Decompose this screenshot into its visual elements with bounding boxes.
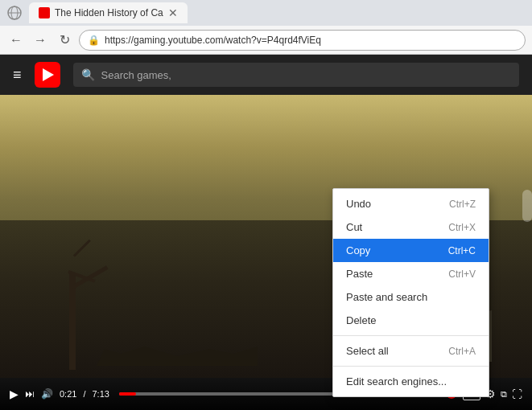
- menu-item-copy-label: Copy: [346, 244, 370, 256]
- menu-item-cut-shortcut: Ctrl+X: [448, 222, 476, 233]
- progress-fill: [119, 392, 136, 396]
- video-area[interactable]: ▶ ⏭ 🔊 0:21 / 7:13 CC ⚙ ⧉ ⛶ Undo Ctrl+Z: [0, 95, 532, 410]
- yt-gaming-header: ≡ 🔍 Search games,: [0, 55, 532, 95]
- total-time: 7:13: [92, 389, 109, 399]
- menu-item-paste-search-label: Paste and search: [346, 291, 427, 303]
- browser-frame: The Hidden History of Ca ✕ ← → ↻ 🔒 https…: [0, 0, 532, 410]
- current-time: 0:21: [60, 389, 76, 399]
- hamburger-menu-button[interactable]: ≡: [13, 67, 22, 84]
- context-menu: Undo Ctrl+Z Cut Ctrl+X Copy Ctrl+C Paste…: [332, 188, 489, 397]
- search-icon: 🔍: [81, 68, 95, 81]
- title-bar: The Hidden History of Ca ✕: [0, 0, 532, 26]
- menu-item-edit-search-engines[interactable]: Edit search engines...: [333, 370, 489, 393]
- menu-item-copy-shortcut: Ctrl+C: [448, 245, 476, 256]
- menu-item-copy[interactable]: Copy Ctrl+C: [333, 239, 489, 262]
- fullscreen-button[interactable]: ⛶: [512, 388, 522, 400]
- menu-item-edit-search-engines-label: Edit search engines...: [346, 375, 447, 387]
- tab-title: The Hidden History of Ca: [55, 7, 163, 18]
- browser-tab[interactable]: The Hidden History of Ca ✕: [29, 2, 188, 23]
- address-bar[interactable]: 🔒 https://gaming.youtube.com/watch?v=P4q…: [79, 30, 526, 51]
- scroll-indicator: [522, 190, 532, 222]
- menu-item-paste-search[interactable]: Paste and search: [333, 285, 489, 309]
- menu-separator-2: [333, 366, 489, 367]
- play-icon: [43, 68, 54, 81]
- menu-item-paste-shortcut: Ctrl+V: [448, 269, 476, 280]
- browser-icon: [6, 5, 23, 21]
- menu-item-cut[interactable]: Cut Ctrl+X: [333, 215, 489, 239]
- menu-item-undo[interactable]: Undo Ctrl+Z: [333, 192, 489, 215]
- search-bar[interactable]: 🔍 Search games,: [73, 63, 519, 87]
- volume-button[interactable]: 🔊: [41, 388, 53, 400]
- forward-button[interactable]: →: [31, 31, 50, 50]
- menu-separator-1: [333, 335, 489, 336]
- menu-item-delete-label: Delete: [346, 314, 377, 326]
- menu-item-undo-label: Undo: [346, 198, 371, 210]
- menu-item-select-all-label: Select all: [346, 345, 389, 357]
- address-text: https://gaming.youtube.com/watch?v=P4qrd…: [105, 35, 321, 46]
- menu-item-undo-shortcut: Ctrl+Z: [449, 199, 476, 210]
- youtube-logo[interactable]: [35, 62, 60, 88]
- tree-decoration: [48, 225, 97, 370]
- tree-branch-3: [73, 240, 91, 257]
- menu-item-select-all[interactable]: Select all Ctrl+A: [333, 339, 489, 363]
- tab-close-button[interactable]: ✕: [168, 6, 178, 19]
- miniplayer-button[interactable]: ⧉: [501, 389, 507, 400]
- menu-item-select-all-shortcut: Ctrl+A: [448, 346, 476, 357]
- play-button[interactable]: ▶: [10, 387, 19, 400]
- time-separator: /: [83, 389, 85, 399]
- search-placeholder: Search games,: [101, 69, 171, 81]
- back-button[interactable]: ←: [6, 31, 26, 50]
- nav-bar: ← → ↻ 🔒 https://gaming.youtube.com/watch…: [0, 26, 532, 55]
- menu-item-cut-label: Cut: [346, 221, 362, 233]
- menu-item-paste[interactable]: Paste Ctrl+V: [333, 262, 489, 285]
- menu-item-paste-label: Paste: [346, 268, 373, 280]
- lock-icon: 🔒: [88, 35, 100, 46]
- reload-button[interactable]: ↻: [55, 31, 74, 50]
- menu-item-delete[interactable]: Delete: [333, 309, 489, 332]
- tab-favicon: [39, 7, 50, 18]
- skip-next-button[interactable]: ⏭: [25, 388, 35, 400]
